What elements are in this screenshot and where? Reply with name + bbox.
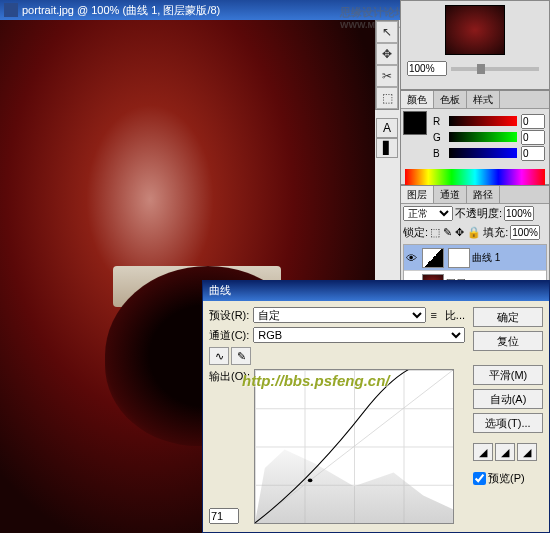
b-label: B <box>433 148 445 159</box>
preset-ext: 比... <box>445 308 465 323</box>
mask-thumb[interactable] <box>448 248 470 268</box>
white-point-icon[interactable]: ◢ <box>517 443 537 461</box>
type-button[interactable]: A <box>376 118 398 138</box>
b-slider[interactable] <box>449 148 517 158</box>
curves-graph[interactable] <box>254 369 454 524</box>
window-title: portrait.jpg @ 100% (曲线 1, 图层蒙版/8) <box>22 3 220 18</box>
preset-select[interactable]: 自定 <box>253 307 426 323</box>
layers-panel-tabs: 图层 通道 路径 <box>401 186 549 204</box>
fill-input[interactable] <box>510 225 540 240</box>
black-point-icon[interactable]: ◢ <box>473 443 493 461</box>
output-input[interactable] <box>209 508 239 524</box>
tool-button[interactable]: ✥ <box>376 43 398 65</box>
layer-row[interactable]: 👁 曲线 1 <box>404 245 546 271</box>
svg-point-1 <box>308 479 313 483</box>
options-button[interactable]: 选项(T)... <box>473 413 543 433</box>
tab-paths[interactable]: 路径 <box>467 186 500 203</box>
lock-icons[interactable]: ⬚ ✎ ✥ 🔒 <box>430 226 481 239</box>
curve-line[interactable] <box>255 370 453 523</box>
opacity-input[interactable] <box>504 206 534 221</box>
tab-styles[interactable]: 样式 <box>467 91 500 108</box>
options-toolbar: ↖ ✥ ✂ ⬚ <box>375 20 399 110</box>
zoom-slider[interactable] <box>451 67 539 71</box>
dialog-title[interactable]: 曲线 <box>203 281 549 301</box>
g-slider[interactable] <box>449 132 517 142</box>
navigator-panel <box>400 0 550 90</box>
zoom-slider-row <box>401 59 549 78</box>
zoom-input[interactable] <box>407 61 447 76</box>
app-icon <box>4 3 18 17</box>
g-label: G <box>433 132 445 143</box>
tab-color[interactable]: 颜色 <box>401 91 434 108</box>
channel-select[interactable]: RGB <box>253 327 465 343</box>
g-input[interactable] <box>521 130 545 145</box>
blend-mode-select[interactable]: 正常 <box>403 206 453 221</box>
gray-point-icon[interactable]: ◢ <box>495 443 515 461</box>
preset-menu-icon[interactable]: ≡ <box>430 309 436 321</box>
channel-label: 通道(C): <box>209 328 249 343</box>
auto-button[interactable]: 自动(A) <box>473 389 543 409</box>
curve-tool-icon[interactable]: ∿ <box>209 347 229 365</box>
lock-label: 锁定: <box>403 225 428 240</box>
reset-button[interactable]: 复位 <box>473 331 543 351</box>
opacity-label: 不透明度: <box>455 206 502 221</box>
curves-dialog: 曲线 预设(R): 自定 ≡ 比... 通道(C): RGB ∿ ✎ 输出(O)… <box>202 280 550 533</box>
tool-button[interactable]: ⬚ <box>376 87 398 109</box>
tab-swatches[interactable]: 色板 <box>434 91 467 108</box>
svg-line-0 <box>255 370 453 523</box>
preview-checkbox-row[interactable]: 预览(P) <box>473 471 543 486</box>
tab-channels[interactable]: 通道 <box>434 186 467 203</box>
tab-layers[interactable]: 图层 <box>401 186 434 203</box>
b-input[interactable] <box>521 146 545 161</box>
navigator-thumbnail[interactable] <box>445 5 505 55</box>
smooth-button[interactable]: 平滑(M) <box>473 365 543 385</box>
r-slider[interactable] <box>449 116 517 126</box>
r-label: R <box>433 116 445 127</box>
color-panel-tabs: 颜色 色板 样式 <box>401 91 549 109</box>
ok-button[interactable]: 确定 <box>473 307 543 327</box>
watermark-url: http://bbs.psfeng.cn/ <box>242 372 390 389</box>
fill-label: 填充: <box>483 225 508 240</box>
preset-label: 预设(R): <box>209 308 249 323</box>
tool-button[interactable]: ↖ <box>376 21 398 43</box>
tool-button[interactable]: ✂ <box>376 65 398 87</box>
adjustment-thumb[interactable] <box>422 248 444 268</box>
layer-name[interactable]: 曲线 1 <box>472 251 500 265</box>
para-button[interactable]: ▋ <box>376 138 398 158</box>
color-panel: 颜色 色板 样式 R G B <box>400 90 550 185</box>
visibility-icon[interactable]: 👁 <box>406 252 420 264</box>
foreground-swatch[interactable] <box>403 111 427 135</box>
r-input[interactable] <box>521 114 545 129</box>
pencil-tool-icon[interactable]: ✎ <box>231 347 251 365</box>
preview-label: 预览(P) <box>488 471 525 486</box>
preview-checkbox[interactable] <box>473 472 486 485</box>
type-tools: A ▋ <box>376 118 398 158</box>
